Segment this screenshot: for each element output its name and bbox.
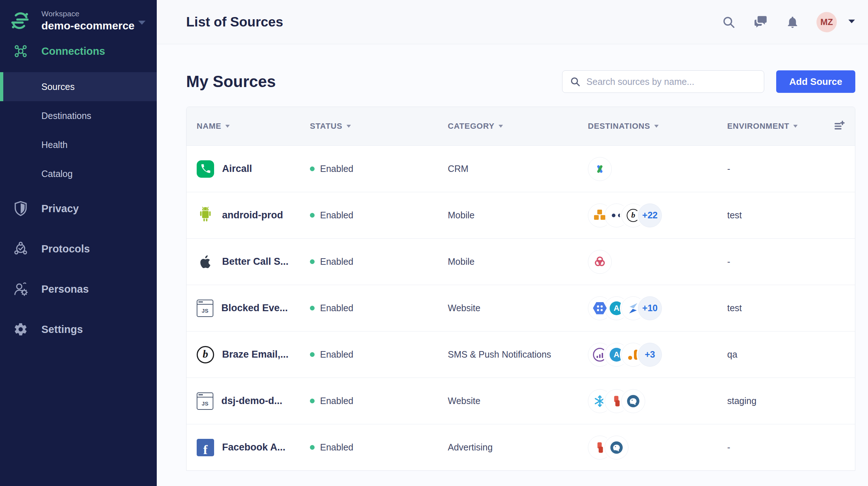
add-source-button[interactable]: Add Source <box>776 70 855 93</box>
table-row[interactable]: f Facebook A... Enabled Advertising <box>187 424 855 470</box>
status-dot <box>310 445 315 450</box>
workspace-label: Workspace <box>41 9 134 18</box>
sidebar-item-label: Settings <box>41 324 83 335</box>
javascript-icon: JS <box>197 300 213 317</box>
source-name-cell[interactable]: Aircall <box>197 160 310 178</box>
sidebar-item-label: Personas <box>41 283 89 295</box>
source-name-cell[interactable]: JS Blocked Eve... <box>197 300 310 317</box>
sidebar-item-label: Privacy <box>41 203 79 215</box>
source-name: dsj-demo-d... <box>221 395 282 407</box>
environment-cell: test <box>727 210 824 221</box>
connections-icon <box>13 44 28 59</box>
sidebar-item-settings[interactable]: Settings <box>0 315 157 344</box>
category-cell: Mobile <box>448 256 588 267</box>
category-cell: Website <box>448 396 588 406</box>
search-input[interactable] <box>586 77 757 87</box>
sidebar-item-destinations[interactable]: Destinations <box>0 101 157 130</box>
facebook-icon: f <box>197 439 214 456</box>
aircall-icon <box>197 160 214 178</box>
sidebar-item-protocols[interactable]: Protocols <box>0 234 157 263</box>
destinations-cell[interactable]: A +10 <box>588 296 727 320</box>
topbar: List of Sources MZ <box>157 0 868 44</box>
column-header-status[interactable]: STATUS <box>310 122 448 131</box>
destinations-cell[interactable]: A +3 <box>588 343 727 367</box>
apple-icon <box>197 253 214 271</box>
sidebar-item-label: Sources <box>41 82 75 92</box>
table-row[interactable]: Better Call S... Enabled Mobile <box>187 238 855 285</box>
table-row[interactable]: JS Blocked Eve... Enabled Website A <box>187 285 855 331</box>
sort-caret-icon <box>225 124 230 128</box>
table-row[interactable]: JS dsj-demo-d... Enabled Website <box>187 378 855 424</box>
head-actions: Add Source <box>562 70 855 93</box>
sidebar-item-connections[interactable]: Connections <box>0 40 157 63</box>
source-name-cell[interactable]: Better Call S... <box>197 253 310 271</box>
destinations-cell[interactable]: b +22 <box>588 203 727 227</box>
workspace-name: demo-ecommerce <box>41 20 134 32</box>
overflow-badge[interactable]: +10 <box>638 296 662 320</box>
overflow-badge[interactable]: +3 <box>638 343 662 367</box>
postgres-icon <box>605 436 629 460</box>
android-icon <box>197 207 214 224</box>
destinations-cell[interactable] <box>588 436 727 460</box>
status-dot <box>310 399 315 403</box>
environment-cell: - <box>727 164 824 174</box>
source-name-cell[interactable]: JS dsj-demo-d... <box>197 392 310 410</box>
status-dot <box>310 306 315 310</box>
google-ads-icon <box>588 157 612 181</box>
bell-icon[interactable] <box>785 14 801 30</box>
table-row[interactable]: Aircall Enabled CRM - <box>187 145 855 192</box>
avatar-initials: MZ <box>820 17 833 27</box>
sidebar-item-label: Health <box>41 140 67 150</box>
destinations-cell[interactable] <box>588 157 727 181</box>
source-name: Braze Email,... <box>222 349 288 360</box>
source-name-cell[interactable]: b Braze Email,... <box>197 346 310 363</box>
environment-cell: staging <box>727 396 824 406</box>
sidebar-item-label: Catalog <box>41 169 73 179</box>
environment-cell: qa <box>727 349 824 360</box>
status-label: Enabled <box>320 349 353 360</box>
column-header-environment[interactable]: ENVIRONMENT <box>727 122 824 131</box>
add-column-icon[interactable] <box>824 120 846 132</box>
destinations-cell[interactable] <box>588 389 727 413</box>
sidebar-item-privacy[interactable]: Privacy <box>0 194 157 223</box>
status-label: Enabled <box>320 164 353 174</box>
status-dot <box>310 352 315 357</box>
sidebar: Workspace demo-ecommerce <box>0 0 157 486</box>
status-label: Enabled <box>320 303 353 313</box>
column-header-category[interactable]: CATEGORY <box>448 122 588 131</box>
workspace-switcher[interactable]: Workspace demo-ecommerce <box>0 0 157 32</box>
source-name-cell[interactable]: f Facebook A... <box>197 439 310 456</box>
sidebar-item-label: Protocols <box>41 243 90 255</box>
red-knot-icon <box>588 250 612 274</box>
search-icon[interactable] <box>721 14 737 30</box>
status-label: Enabled <box>320 442 353 453</box>
sidebar-item-sources[interactable]: Sources <box>0 72 157 101</box>
personas-icon <box>13 281 28 297</box>
table-row[interactable]: android-prod Enabled Mobile b <box>187 192 855 238</box>
status-cell: Enabled <box>310 256 448 267</box>
sidebar-item-personas[interactable]: Personas <box>0 275 157 304</box>
shield-icon <box>13 201 28 216</box>
category-cell: Mobile <box>448 210 588 221</box>
destinations-cell[interactable] <box>588 250 727 274</box>
sort-caret-icon <box>793 124 798 128</box>
table-header-row: NAME STATUS CATEGORY DESTINATIONS ENVIRO… <box>187 107 855 145</box>
source-name-cell[interactable]: android-prod <box>197 207 310 224</box>
status-cell: Enabled <box>310 164 448 174</box>
source-name: Facebook A... <box>222 442 286 453</box>
sidebar-item-catalog[interactable]: Catalog <box>0 159 157 188</box>
sources-search[interactable] <box>562 70 764 93</box>
status-cell: Enabled <box>310 210 448 221</box>
section-title: My Sources <box>186 73 276 91</box>
chevron-down-icon[interactable] <box>848 19 856 25</box>
column-header-destinations[interactable]: DESTINATIONS <box>588 122 727 131</box>
sort-caret-icon <box>498 124 503 128</box>
table-row[interactable]: b Braze Email,... Enabled SMS & Push Not… <box>187 331 855 378</box>
avatar[interactable]: MZ <box>816 12 837 32</box>
chat-icon[interactable] <box>753 14 769 30</box>
sidebar-item-health[interactable]: Health <box>0 130 157 159</box>
overflow-badge[interactable]: +22 <box>638 203 662 227</box>
status-label: Enabled <box>320 396 353 406</box>
source-name: android-prod <box>222 210 283 221</box>
column-header-name[interactable]: NAME <box>197 122 310 131</box>
